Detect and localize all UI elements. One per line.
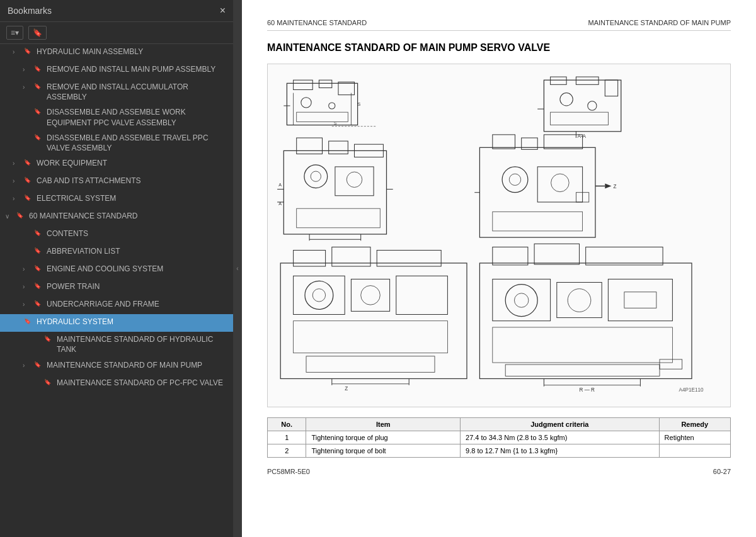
svg-rect-23 xyxy=(329,141,348,154)
doc-footer-left: PC58MR-5E0 xyxy=(267,468,310,475)
svg-rect-70 xyxy=(534,244,579,264)
svg-point-28 xyxy=(346,172,362,187)
expand-arrow: › xyxy=(13,195,21,203)
sidebar-item-maint-pc-fpc[interactable]: 🔖MAINTENANCE STANDARD OF PC-FPC VALVE xyxy=(0,375,233,393)
doc-footer-right: 60-27 xyxy=(713,468,731,475)
sidebar-item-label: HYDRAULIC MAIN ASSEMBLY xyxy=(37,47,228,57)
sidebar-item-label: ENGINE AND COOLING SYSTEM xyxy=(47,264,228,274)
table-cell-item: Tightening torque of plug xyxy=(306,431,461,444)
svg-rect-63 xyxy=(306,356,435,373)
table-body: 1Tightening torque of plug27.4 to 34.3 N… xyxy=(268,431,731,458)
sidebar-item-disassemble-work-ppc[interactable]: 🔖DISASSEMBLE AND ASSEMBLE WORK EQUIPMENT… xyxy=(0,105,233,130)
svg-point-6 xyxy=(301,98,311,108)
doc-header: 60 MAINTENANCE STANDARD MAINTENANCE STAN… xyxy=(267,19,731,31)
sidebar-item-maint-hydraulic-tank[interactable]: 🔖MAINTENANCE STANDARD OF HYDRAULIC TANK xyxy=(0,332,233,357)
doc-title-section: MAINTENANCE STANDARD OF MAIN PUMP SERVO … xyxy=(267,42,731,54)
svg-point-45 xyxy=(551,174,570,192)
svg-rect-79 xyxy=(493,327,673,363)
svg-point-43 xyxy=(509,174,520,185)
sidebar-item-remove-main-pump[interactable]: ›🔖REMOVE AND INSTALL MAIN PUMP ASSEMBLY xyxy=(0,62,233,79)
svg-point-57 xyxy=(305,281,333,309)
sidebar-item-electrical-system[interactable]: ›🔖ELECTRICAL SYSTEM xyxy=(0,191,233,208)
doc-footer: PC58MR-5E0 60-27 xyxy=(267,468,731,475)
diagram-svg: S A-A xyxy=(274,71,724,398)
svg-marker-48 xyxy=(605,183,611,188)
sidebar-item-abbreviation-list[interactable]: 🔖ABBREVIATION LIST xyxy=(0,244,233,261)
bookmark-icon: 🔖 xyxy=(24,47,33,55)
svg-rect-55 xyxy=(377,251,441,267)
svg-rect-44 xyxy=(537,167,582,202)
svg-rect-17 xyxy=(551,112,609,125)
expand-arrow: ∨ xyxy=(5,212,14,221)
sidebar-item-maint-main-pump[interactable]: ›🔖MAINTENANCE STANDARD OF MAIN PUMP xyxy=(0,358,233,375)
sidebar-toolbar: ≡▾ 🔖 xyxy=(0,22,233,44)
expand-arrow: › xyxy=(23,361,32,370)
sidebar-title: Bookmarks xyxy=(8,6,52,16)
sidebar-item-label: MAINTENANCE STANDARD OF PC-FPC VALVE xyxy=(57,378,228,388)
sidebar-item-label: REMOVE AND INSTALL ACCUMULATOR ASSEMBLY xyxy=(47,82,228,102)
svg-text:Z: Z xyxy=(345,386,348,392)
bookmark-icon: 🔖 xyxy=(24,159,33,167)
bookmark-icon: 🔖 xyxy=(34,361,43,369)
svg-rect-1 xyxy=(294,80,313,89)
sidebar-item-label: DISASSEMBLE AND ASSEMBLE WORK EQUIPMENT … xyxy=(47,107,228,127)
expand-arrow: › xyxy=(13,48,21,57)
sidebar-item-remove-accumulator[interactable]: ›🔖REMOVE AND INSTALL ACCUMULATOR ASSEMBL… xyxy=(0,79,233,105)
svg-text:Z: Z xyxy=(614,184,617,189)
svg-rect-12 xyxy=(551,77,567,84)
document-page: 60 MAINTENANCE STANDARD MAINTENANCE STAN… xyxy=(242,0,756,537)
col-header-no: No. xyxy=(268,418,306,431)
svg-rect-13 xyxy=(576,77,598,84)
sidebar-item-power-train[interactable]: ›🔖POWER TRAIN xyxy=(0,279,233,297)
svg-rect-69 xyxy=(493,247,528,265)
sidebar-item-60-maintenance[interactable]: ∨🔖60 MAINTENANCE STANDARD xyxy=(0,208,233,226)
svg-point-58 xyxy=(312,289,325,302)
sidebar-item-contents[interactable]: 🔖CONTENTS xyxy=(0,226,233,244)
sidebar-item-label: MAINTENANCE STANDARD OF HYDRAULIC TANK xyxy=(57,334,228,354)
table-cell-criteria: 27.4 to 34.3 Nm (2.8 to 3.5 kgfm) xyxy=(461,431,660,444)
sidebar-item-label: HYDRAULIC SYSTEM xyxy=(37,317,228,327)
doc-main-title: MAINTENANCE STANDARD OF MAIN PUMP SERVO … xyxy=(267,42,731,54)
layout-menu-button[interactable]: ≡▾ xyxy=(6,26,23,40)
sidebar-item-hydraulic-main-assembly[interactable]: ›🔖HYDRAULIC MAIN ASSEMBLY xyxy=(0,44,233,62)
expand-arrow: › xyxy=(13,177,21,186)
svg-rect-14 xyxy=(605,80,617,96)
svg-rect-3 xyxy=(338,82,355,94)
svg-point-74 xyxy=(514,293,528,307)
doc-header-left: 60 MAINTENANCE STANDARD xyxy=(267,19,367,26)
svg-rect-41 xyxy=(544,135,582,149)
expand-arrow: › xyxy=(23,265,32,274)
bookmark-icon: 🔖 xyxy=(44,335,53,343)
svg-point-60 xyxy=(361,286,381,305)
svg-rect-53 xyxy=(294,251,326,267)
svg-point-15 xyxy=(560,93,573,106)
sidebar-item-cab-attachments[interactable]: ›🔖CAB AND ITS ATTACHMENTS xyxy=(0,173,233,191)
svg-text:S: S xyxy=(334,121,337,126)
sidebar-item-hydraulic-system[interactable]: 🔖HYDRAULIC SYSTEM xyxy=(0,314,233,332)
svg-point-25 xyxy=(304,165,328,188)
sidebar-item-undercarriage-frame[interactable]: ›🔖UNDERCARRIAGE AND FRAME xyxy=(0,297,233,314)
table-row: 2Tightening torque of bolt9.8 to 12.7 Nm… xyxy=(268,444,731,458)
sidebar-item-work-equipment[interactable]: ›🔖WORK EQUIPMENT xyxy=(0,155,233,173)
sidebar-item-disassemble-travel-ppc[interactable]: 🔖DISASSEMBLE AND ASSEMBLE TRAVEL PPC VAL… xyxy=(0,130,233,155)
svg-rect-62 xyxy=(294,321,448,353)
svg-text:S: S xyxy=(358,102,361,107)
bookmark-icon: 🔖 xyxy=(34,282,43,290)
sidebar-item-label: CONTENTS xyxy=(47,229,228,239)
sidebar-item-label: MAINTENANCE STANDARD OF MAIN PUMP xyxy=(47,360,228,370)
sidebar-item-label: CAB AND ITS ATTACHMENTS xyxy=(37,176,228,186)
bookmark-icon: 🔖 xyxy=(34,108,43,116)
svg-rect-85 xyxy=(660,359,682,369)
svg-text:A4P1E110: A4P1E110 xyxy=(679,387,704,393)
close-button[interactable]: × xyxy=(220,5,226,16)
bookmark-button[interactable]: 🔖 xyxy=(28,26,47,40)
svg-point-16 xyxy=(588,101,597,110)
col-header-criteria: Judgment criteria xyxy=(461,418,660,431)
svg-point-73 xyxy=(505,285,537,317)
svg-rect-71 xyxy=(586,247,663,265)
sidebar-collapse-handle[interactable]: ‹ xyxy=(233,0,242,537)
sidebar-item-engine-cooling[interactable]: ›🔖ENGINE AND COOLING SYSTEM xyxy=(0,261,233,279)
svg-rect-39 xyxy=(493,135,515,149)
bookmark-icon: 🔖 xyxy=(24,176,33,184)
svg-point-76 xyxy=(568,289,591,312)
